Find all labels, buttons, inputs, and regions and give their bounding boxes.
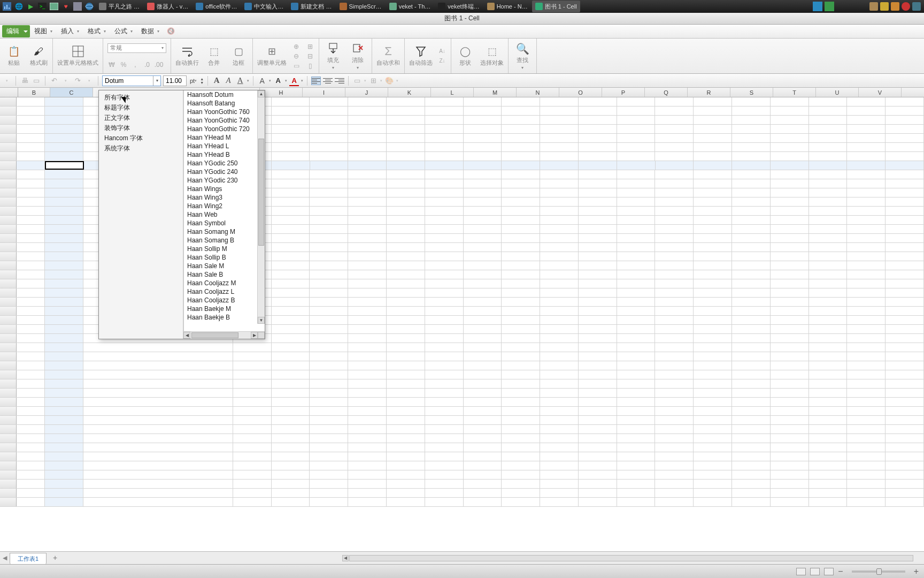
cell[interactable] (655, 270, 694, 279)
cell[interactable] (617, 188, 656, 197)
cell[interactable] (886, 352, 924, 361)
cell[interactable] (425, 425, 464, 434)
cell[interactable] (694, 334, 732, 343)
cell[interactable] (464, 252, 502, 261)
cell[interactable] (617, 334, 656, 343)
cell[interactable] (45, 379, 83, 388)
cell[interactable] (310, 252, 348, 261)
cell[interactable] (272, 489, 310, 497)
scroll-right-arrow[interactable]: ▶ (251, 332, 258, 339)
tray-icon[interactable] (880, 2, 889, 11)
cell[interactable] (540, 325, 579, 333)
cell[interactable] (579, 170, 617, 179)
cell[interactable] (847, 125, 886, 133)
cell[interactable] (233, 452, 272, 461)
row-header[interactable] (0, 170, 17, 179)
cell[interactable] (272, 298, 310, 306)
cell[interactable] (847, 489, 886, 497)
cell[interactable] (847, 416, 886, 424)
cell[interactable] (579, 443, 617, 452)
cell[interactable] (694, 234, 732, 242)
cell[interactable] (464, 389, 502, 397)
cell[interactable] (847, 443, 886, 452)
cell[interactable] (655, 416, 694, 424)
cell[interactable] (886, 398, 924, 406)
cell[interactable] (310, 143, 348, 151)
cell[interactable] (732, 234, 771, 242)
cell[interactable] (387, 170, 425, 179)
cell[interactable] (464, 188, 502, 197)
cell[interactable] (45, 216, 83, 224)
cell[interactable] (348, 179, 387, 188)
cell[interactable] (272, 461, 310, 470)
cell[interactable] (540, 398, 579, 406)
earth-icon[interactable] (84, 2, 94, 11)
cell[interactable] (272, 307, 310, 315)
cell[interactable] (17, 234, 45, 242)
cell[interactable] (617, 97, 656, 106)
cell[interactable] (694, 325, 732, 333)
cell[interactable] (464, 134, 502, 142)
cell[interactable] (387, 416, 425, 424)
cell[interactable] (540, 489, 579, 497)
cell[interactable] (425, 243, 464, 252)
cell[interactable] (579, 398, 617, 406)
cell[interactable] (579, 389, 617, 397)
row-header[interactable] (0, 343, 17, 352)
cell[interactable] (809, 243, 848, 252)
sysmon-icon[interactable] (2, 2, 12, 11)
cell[interactable] (387, 498, 425, 506)
cell[interactable] (617, 134, 656, 142)
cell[interactable] (771, 97, 809, 106)
cell[interactable] (809, 334, 848, 343)
cell[interactable] (694, 143, 732, 151)
cell[interactable] (886, 152, 924, 161)
cell[interactable] (387, 343, 425, 352)
cell[interactable] (425, 480, 464, 488)
col-header[interactable]: C (50, 88, 93, 97)
cell[interactable] (464, 434, 502, 443)
cell[interactable] (464, 480, 502, 488)
cell[interactable] (847, 352, 886, 361)
cell[interactable] (771, 489, 809, 497)
cell[interactable] (886, 461, 924, 470)
cell[interactable] (387, 225, 425, 233)
row-header[interactable] (0, 252, 17, 261)
col-header[interactable]: J (345, 88, 388, 97)
cell[interactable] (17, 343, 45, 352)
cell[interactable] (694, 161, 732, 170)
cell[interactable] (886, 125, 924, 133)
cell[interactable] (17, 225, 45, 233)
cell[interactable] (502, 361, 540, 370)
row-header[interactable] (0, 325, 17, 333)
row-header[interactable] (0, 279, 17, 288)
align-right-button[interactable] (335, 77, 344, 85)
cell[interactable] (579, 379, 617, 388)
cell[interactable] (272, 407, 310, 415)
cell[interactable] (732, 298, 771, 306)
cell[interactable] (17, 434, 45, 443)
cell[interactable] (540, 452, 579, 461)
cell[interactable] (655, 134, 694, 142)
cell[interactable] (809, 325, 848, 333)
format-brush-button[interactable]: 🖌格式刷 (29, 45, 48, 67)
cell[interactable] (655, 480, 694, 488)
cell[interactable] (655, 389, 694, 397)
cell[interactable] (771, 434, 809, 443)
cell[interactable] (847, 243, 886, 252)
cell[interactable] (655, 216, 694, 224)
cell[interactable] (847, 143, 886, 151)
cell[interactable] (45, 416, 83, 424)
cell[interactable] (694, 316, 732, 324)
font-list-item[interactable]: Haan YHead B (184, 150, 265, 159)
cell[interactable] (809, 407, 848, 415)
tray-icon[interactable] (912, 2, 921, 11)
row-header[interactable] (0, 361, 17, 370)
cell[interactable] (348, 188, 387, 197)
row-header[interactable] (0, 425, 17, 434)
cell[interactable] (655, 225, 694, 233)
cell[interactable] (502, 307, 540, 315)
cell[interactable] (310, 107, 348, 115)
cell[interactable] (540, 134, 579, 142)
col-header[interactable]: P (602, 88, 645, 97)
